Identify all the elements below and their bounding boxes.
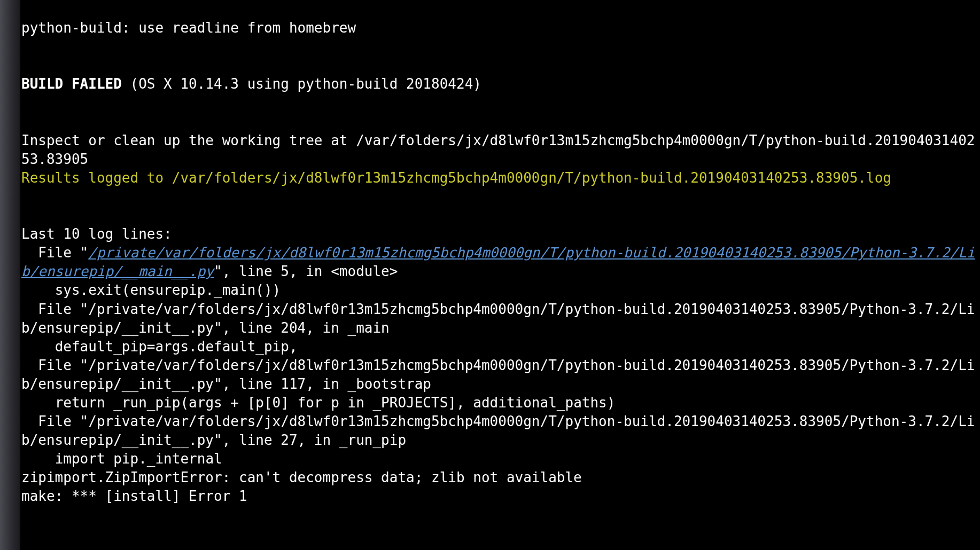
terminal-blank-line bbox=[21, 37, 980, 56]
file-path-link[interactable]: /private/var/folders/jx/d8lwf0r13m15zhcm… bbox=[21, 245, 975, 279]
terminal-line: return _run_pip(args + [p[0] for p in _P… bbox=[21, 395, 615, 411]
terminal-line: Last 10 log lines: bbox=[21, 226, 172, 242]
terminal-output[interactable]: python-build: use readline from homebrew… bbox=[20, 0, 980, 550]
terminal-line: File "/private/var/folders/jx/d8lwf0r13m… bbox=[21, 357, 975, 392]
terminal-line: make: *** [install] Error 1 bbox=[21, 488, 247, 504]
terminal-line: File "/private/var/folders/jx/d8lwf0r13m… bbox=[21, 413, 975, 448]
build-failed-line: BUILD FAILED (OS X 10.14.3 using python-… bbox=[21, 76, 481, 92]
terminal-line: python-build: use readline from homebrew bbox=[21, 20, 356, 36]
terminal-blank-line bbox=[21, 187, 980, 206]
results-logged-line: Results logged to /var/folders/jx/d8lwf0… bbox=[21, 170, 891, 186]
terminal-blank-line bbox=[21, 93, 980, 112]
terminal-line: zipimport.ZipImportError: can't decompre… bbox=[21, 469, 582, 485]
terminal-line: Inspect or clean up the working tree at … bbox=[21, 132, 975, 167]
terminal-line: File "/private/var/folders/jx/d8lwf0r13m… bbox=[21, 301, 975, 336]
terminal-line: default_pip=args.default_pip, bbox=[21, 339, 298, 355]
file-prefix: File " bbox=[21, 245, 88, 261]
build-failed-label: BUILD FAILED bbox=[21, 76, 122, 92]
terminal-line: sys.exit(ensurepip._main()) bbox=[21, 282, 281, 298]
traceback-line: File "/private/var/folders/jx/d8lwf0r13m… bbox=[21, 245, 975, 279]
file-suffix: ", line 5, in <module> bbox=[214, 263, 398, 279]
build-failed-details: (OS X 10.14.3 using python-build 2018042… bbox=[122, 76, 481, 92]
terminal-line: import pip._internal bbox=[21, 451, 222, 467]
desktop-background-edge bbox=[0, 0, 20, 550]
